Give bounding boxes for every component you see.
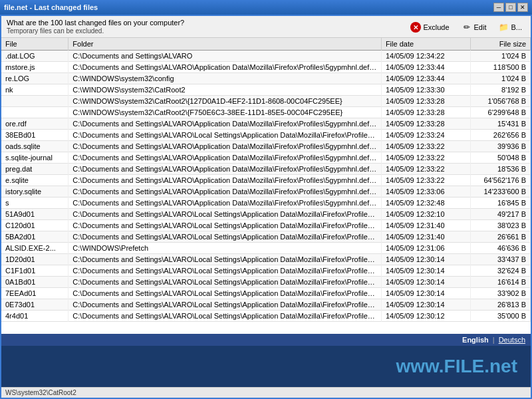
cell-date: 14/05/09 12:33:06	[381, 186, 470, 198]
cell-file: C1F1d01	[1, 265, 68, 277]
cell-date: 14/05/09 12:31:06	[381, 243, 470, 254]
cell-size: 16'845 B	[471, 198, 531, 209]
cell-size: 46'636 B	[471, 243, 531, 254]
cell-folder: C:\Documents and Settings\ALVARO\Applica…	[68, 141, 382, 152]
cell-folder: C:\Documents and Settings\ALVARO\Local S…	[68, 209, 382, 220]
cell-date: 14/05/09 12:30:14	[381, 299, 470, 311]
table-row[interactable]: C1F1d01C:\Documents and Settings\ALVARO\…	[1, 265, 531, 277]
main-window: What are the 100 last changed files on y…	[0, 15, 532, 399]
cell-file: nk	[1, 84, 68, 96]
cell-size: 14'233'600 B	[471, 186, 531, 198]
cell-size: 262'656 B	[471, 130, 531, 141]
exclude-button[interactable]: ✕ Exclude	[407, 20, 452, 35]
table-row[interactable]: istory.sqliteC:\Documents and Settings\A…	[1, 186, 531, 198]
cell-folder: C:\Documents and Settings\ALVARO	[68, 51, 382, 62]
cell-file: 38EBd01	[1, 130, 68, 141]
table-row[interactable]: 7EEAd01C:\Documents and Settings\ALVARO\…	[1, 288, 531, 299]
table-row[interactable]: sC:\Documents and Settings\ALVARO\Applic…	[1, 198, 531, 209]
table-row[interactable]: ALSID.EXE-2...C:\WINDOWS\Prefetch14/05/0…	[1, 243, 531, 254]
table-row[interactable]: .dat.LOGC:\Documents and Settings\ALVARO…	[1, 51, 531, 62]
toolbar-subtitle: Temporary files can be excluded.	[7, 27, 184, 35]
cell-date: 14/05/09 12:31:40	[381, 231, 470, 243]
english-lang-link[interactable]: English	[462, 336, 489, 344]
cell-date: 14/05/09 12:31:40	[381, 220, 470, 231]
table-row[interactable]: 38EBd01C:\Documents and Settings\ALVARO\…	[1, 130, 531, 141]
table-body: .dat.LOGC:\Documents and Settings\ALVARO…	[1, 51, 531, 322]
cell-date: 14/05/09 12:30:14	[381, 288, 470, 299]
col-header-folder[interactable]: Folder	[68, 38, 382, 51]
cell-date: 14/05/09 12:33:22	[381, 164, 470, 175]
cell-folder: C:\WINDOWS\system32\config	[68, 73, 382, 84]
table-row[interactable]: oads.sqliteC:\Documents and Settings\ALV…	[1, 141, 531, 152]
table-row[interactable]: C120d01C:\Documents and Settings\ALVARO\…	[1, 220, 531, 231]
cell-date: 14/05/09 12:32:48	[381, 198, 470, 209]
cell-date: 14/05/09 12:33:30	[381, 84, 470, 96]
cell-size: 50'048 B	[471, 152, 531, 164]
table-row[interactable]: 5BA2d01C:\Documents and Settings\ALVARO\…	[1, 231, 531, 243]
language-bar: English | Deutsch	[1, 334, 531, 346]
cell-folder: C:\Documents and Settings\ALVARO\Local S…	[68, 130, 382, 141]
file-table-container[interactable]: File Folder File date File size .dat.LOG…	[1, 38, 531, 334]
table-row[interactable]: 1D20d01C:\Documents and Settings\ALVARO\…	[1, 254, 531, 265]
status-text: WS\system32\CatRoot2	[5, 389, 76, 396]
cell-size: 35'000 B	[471, 311, 531, 322]
cell-file: re.LOG	[1, 73, 68, 84]
cell-file: mstore.js	[1, 62, 68, 73]
cell-folder: C:\Documents and Settings\ALVARO\Applica…	[68, 186, 382, 198]
table-row[interactable]: 0E73d01C:\Documents and Settings\ALVARO\…	[1, 299, 531, 311]
cell-size: 64'562'176 B	[471, 175, 531, 186]
cell-date: 14/05/09 12:33:28	[381, 118, 470, 130]
cell-folder: C:\Documents and Settings\ALVARO\Local S…	[68, 254, 382, 265]
cell-size: 38'023 B	[471, 220, 531, 231]
table-row[interactable]: s.sqlite-journalC:\Documents and Setting…	[1, 152, 531, 164]
cell-file: 1D20d01	[1, 254, 68, 265]
browse-label: B...	[511, 23, 522, 31]
table-row[interactable]: mstore.jsC:\Documents and Settings\ALVAR…	[1, 62, 531, 73]
close-button[interactable]: ✕	[517, 3, 528, 12]
cell-file: ore.rdf	[1, 118, 68, 130]
cell-folder: C:\Documents and Settings\ALVARO\Local S…	[68, 288, 382, 299]
cell-size: 16'614 B	[471, 277, 531, 288]
table-row[interactable]: nkC:\WINDOWS\system32\CatRoot214/05/09 1…	[1, 84, 531, 96]
col-header-size[interactable]: File size	[471, 38, 531, 51]
exclude-icon: ✕	[410, 22, 421, 33]
cell-date: 14/05/09 12:34:22	[381, 51, 470, 62]
minimize-button[interactable]: ─	[493, 3, 504, 12]
table-row[interactable]: 4r4d01C:\Documents and Settings\ALVARO\L…	[1, 311, 531, 322]
table-row[interactable]: preg.datC:\Documents and Settings\ALVARO…	[1, 164, 531, 175]
table-row[interactable]: 51A9d01C:\Documents and Settings\ALVARO\…	[1, 209, 531, 220]
deutsch-lang-link[interactable]: Deutsch	[499, 336, 525, 344]
cell-file: s	[1, 198, 68, 209]
table-row[interactable]: 0A1Bd01C:\Documents and Settings\ALVARO\…	[1, 277, 531, 288]
cell-size: 1'056'768 B	[471, 96, 531, 107]
table-row[interactable]: ore.rdfC:\Documents and Settings\ALVARO\…	[1, 118, 531, 130]
table-row[interactable]: e.sqliteC:\Documents and Settings\ALVARO…	[1, 175, 531, 186]
table-row[interactable]: re.LOGC:\WINDOWS\system32\config14/05/09…	[1, 73, 531, 84]
cell-folder: C:\WINDOWS\system32\CatRoot2	[68, 84, 382, 96]
cell-file: 0A1Bd01	[1, 277, 68, 288]
edit-button[interactable]: ✏ Edit	[458, 20, 490, 35]
cell-folder: C:\WINDOWS\system32\CatRoot2\{127D0A1D-4…	[68, 96, 382, 107]
table-row[interactable]: C:\WINDOWS\system32\CatRoot2\{127D0A1D-4…	[1, 96, 531, 107]
col-header-date[interactable]: File date	[381, 38, 470, 51]
maximize-button[interactable]: □	[505, 3, 516, 12]
window-title: file.net - Last changed files	[4, 3, 98, 11]
cell-file: istory.sqlite	[1, 186, 68, 198]
cell-date: 14/05/09 12:30:14	[381, 265, 470, 277]
cell-folder: C:\Documents and Settings\ALVARO\Applica…	[68, 175, 382, 186]
cell-file: .dat.LOG	[1, 51, 68, 62]
cell-file: s.sqlite-journal	[1, 152, 68, 164]
col-header-file[interactable]: File	[1, 38, 68, 51]
cell-date: 14/05/09 12:33:44	[381, 62, 470, 73]
cell-size: 8'192 B	[471, 84, 531, 96]
table-row[interactable]: C:\WINDOWS\system32\CatRoot2\{F750E6C3-3…	[1, 107, 531, 118]
cell-folder: C:\Documents and Settings\ALVARO\Applica…	[68, 118, 382, 130]
cell-date: 14/05/09 12:30:12	[381, 311, 470, 322]
cell-file: 4r4d01	[1, 311, 68, 322]
browse-button[interactable]: 📁 B...	[495, 20, 525, 35]
cell-folder: C:\WINDOWS\system32\CatRoot2\{F750E6C3-3…	[68, 107, 382, 118]
cell-date: 14/05/09 12:30:14	[381, 254, 470, 265]
cell-date: 14/05/09 12:33:22	[381, 175, 470, 186]
cell-folder: C:\Documents and Settings\ALVARO\Local S…	[68, 277, 382, 288]
cell-size: 1'024 B	[471, 51, 531, 62]
